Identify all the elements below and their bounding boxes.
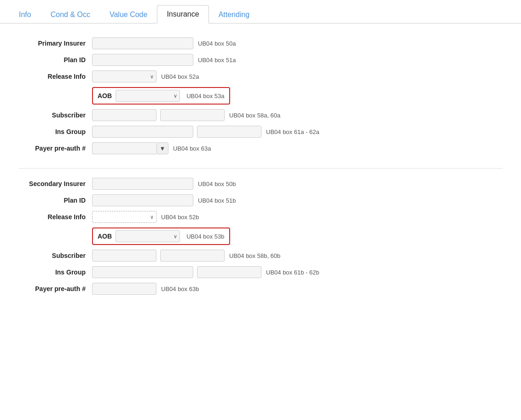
- secondary-insurer-label: Secondary Insurer: [18, 180, 92, 187]
- secondary-payer-preauth-label: Payer pre-auth #: [18, 285, 92, 292]
- secondary-ins-group-hint: UB04 box 61b - 62b: [266, 269, 319, 276]
- primary-aob-select-wrapper: [116, 90, 180, 102]
- primary-aob-wrapper: AOB UB04 box 53a: [92, 87, 503, 105]
- primary-aob-label: AOB: [98, 92, 112, 99]
- primary-subscriber-row: Subscriber UB04 box 58a, 60a: [18, 109, 503, 121]
- primary-subscriber-label: Subscriber: [18, 111, 92, 119]
- secondary-ins-group-label: Ins Group: [18, 268, 92, 276]
- secondary-insurer-input[interactable]: [92, 178, 193, 190]
- primary-subscriber-hint: UB04 box 58a, 60a: [229, 112, 280, 119]
- primary-payer-preauth-row: Payer pre-auth # ▼ UB04 box 63a: [18, 142, 503, 154]
- primary-release-info-row: Release Info UB04 box 52a: [18, 70, 503, 82]
- secondary-release-info-label: Release Info: [18, 213, 92, 221]
- primary-payer-input-wrapper: ▼: [92, 142, 168, 154]
- tab-insurance[interactable]: Insurance: [157, 5, 208, 23]
- down-arrow-icon: ▼: [160, 145, 166, 152]
- secondary-insurance-section: Secondary Insurer UB04 box 50b Plan ID U…: [18, 178, 503, 295]
- secondary-subscriber-row: Subscriber UB04 box 58b, 60b: [18, 250, 503, 262]
- secondary-ins-group-row: Ins Group UB04 box 61b - 62b: [18, 266, 503, 278]
- primary-insurance-section: Primary Insurer UB04 box 50a Plan ID UB0…: [18, 37, 503, 154]
- secondary-release-info-hint: UB04 box 52b: [161, 214, 199, 221]
- secondary-plan-id-input[interactable]: [92, 194, 193, 206]
- secondary-ins-group-input1[interactable]: [92, 266, 193, 278]
- tab-attending[interactable]: Attending: [209, 6, 260, 23]
- secondary-subscriber-label: Subscriber: [18, 252, 92, 259]
- secondary-payer-preauth-row: Payer pre-auth # UB04 box 63b: [18, 283, 503, 295]
- primary-plan-id-label: Plan ID: [18, 56, 92, 64]
- tab-bar: Info Cond & Occ Value Code Insurance Att…: [0, 0, 521, 23]
- primary-subscriber-input2[interactable]: [160, 109, 225, 121]
- primary-ins-group-input2[interactable]: [197, 126, 261, 138]
- secondary-release-info-row: Release Info UB04 box 52b: [18, 211, 503, 223]
- primary-ins-group-row: Ins Group UB04 box 61a - 62a: [18, 126, 503, 138]
- primary-payer-down-arrow-btn[interactable]: ▼: [156, 142, 168, 154]
- secondary-subscriber-hint: UB04 box 58b, 60b: [229, 252, 280, 259]
- secondary-payer-preauth-hint: UB04 box 63b: [161, 286, 199, 292]
- primary-ins-group-label: Ins Group: [18, 128, 92, 135]
- primary-plan-id-hint: UB04 box 51a: [198, 57, 236, 64]
- secondary-release-info-select-wrapper: [92, 211, 156, 223]
- secondary-aob-highlighted-box: AOB UB04 box 53b: [92, 228, 230, 245]
- primary-release-info-label: Release Info: [18, 73, 92, 80]
- primary-subscriber-input1[interactable]: [92, 109, 156, 121]
- secondary-plan-id-hint: UB04 box 51b: [198, 197, 236, 204]
- tab-info[interactable]: Info: [9, 6, 41, 23]
- secondary-plan-id-row: Plan ID UB04 box 51b: [18, 194, 503, 206]
- secondary-aob-label: AOB: [98, 233, 112, 240]
- secondary-ins-group-input2[interactable]: [197, 266, 261, 278]
- primary-release-info-select-wrapper: [92, 70, 156, 82]
- secondary-plan-id-label: Plan ID: [18, 197, 92, 204]
- section-divider: [18, 168, 503, 169]
- tab-cond-occ[interactable]: Cond & Occ: [41, 6, 100, 23]
- secondary-payer-preauth-input[interactable]: [92, 283, 156, 295]
- secondary-aob-select[interactable]: [116, 230, 180, 242]
- secondary-release-info-select[interactable]: [92, 211, 156, 223]
- primary-release-info-select[interactable]: [92, 70, 156, 82]
- primary-payer-preauth-hint: UB04 box 63a: [173, 145, 211, 152]
- primary-ins-group-hint: UB04 box 61a - 62a: [266, 128, 319, 135]
- main-content: Primary Insurer UB04 box 50a Plan ID UB0…: [0, 23, 521, 322]
- primary-payer-preauth-input[interactable]: [92, 142, 156, 154]
- primary-aob-hint: UB04 box 53a: [186, 93, 224, 99]
- primary-ins-group-input1[interactable]: [92, 126, 193, 138]
- primary-insurer-hint: UB04 box 50a: [198, 40, 236, 47]
- primary-insurer-label: Primary Insurer: [18, 40, 92, 47]
- primary-insurer-input[interactable]: [92, 37, 193, 49]
- secondary-aob-select-wrapper: [116, 230, 180, 242]
- secondary-subscriber-input2[interactable]: [160, 250, 225, 262]
- primary-insurer-row: Primary Insurer UB04 box 50a: [18, 37, 503, 49]
- primary-aob-select[interactable]: [116, 90, 180, 102]
- primary-payer-preauth-label: Payer pre-auth #: [18, 145, 92, 152]
- secondary-aob-hint: UB04 box 53b: [186, 233, 224, 240]
- primary-plan-id-input[interactable]: [92, 54, 193, 66]
- secondary-insurer-row: Secondary Insurer UB04 box 50b: [18, 178, 503, 190]
- primary-aob-highlighted-box: AOB UB04 box 53a: [92, 87, 230, 105]
- tab-value-code[interactable]: Value Code: [100, 6, 157, 23]
- secondary-subscriber-input1[interactable]: [92, 250, 156, 262]
- secondary-aob-wrapper: AOB UB04 box 53b: [92, 228, 503, 245]
- secondary-insurer-hint: UB04 box 50b: [198, 181, 236, 187]
- primary-release-info-hint: UB04 box 52a: [161, 73, 199, 80]
- primary-plan-id-row: Plan ID UB04 box 51a: [18, 54, 503, 66]
